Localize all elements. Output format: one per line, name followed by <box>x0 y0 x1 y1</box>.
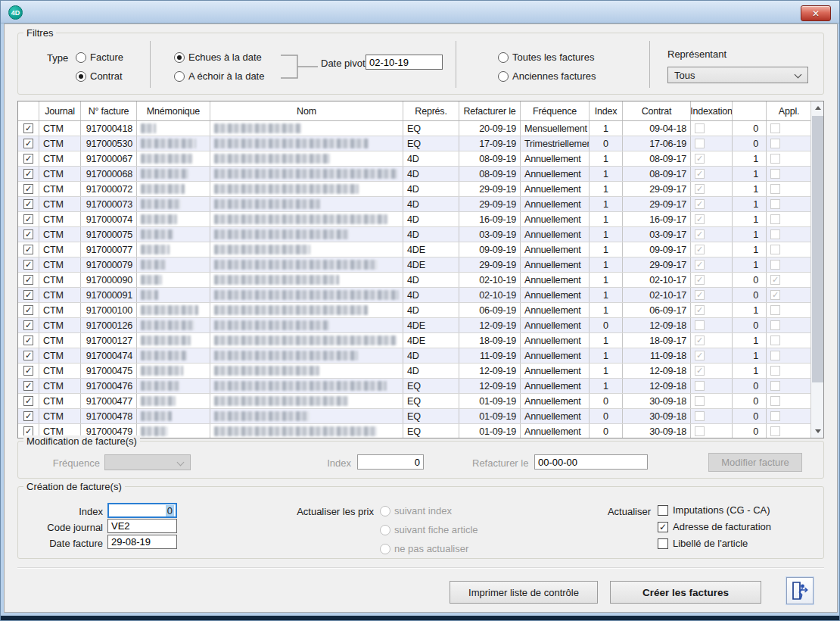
row-select-checkbox[interactable] <box>23 123 33 133</box>
table-row[interactable]: CTM9170000744D16-09-19Annuellement116-09… <box>18 212 823 227</box>
actualiser-option-libell-de-l-article[interactable]: Libellé de l'article <box>658 537 771 550</box>
row-select-checkbox[interactable] <box>23 381 33 391</box>
date-facture-input[interactable] <box>107 535 177 549</box>
modification-index-input[interactable] <box>357 454 424 470</box>
cell-select[interactable] <box>18 197 39 211</box>
table-header-col-select[interactable] <box>18 101 39 120</box>
cell-select[interactable] <box>18 394 39 408</box>
scroll-down-button[interactable] <box>811 425 824 438</box>
cell-select[interactable] <box>18 333 39 348</box>
cell-refacturer-le: 29-09-19 <box>459 182 521 196</box>
cell-refacturer-le: 08-09-19 <box>459 167 521 181</box>
table-row[interactable]: CTM9170000904D02-10-19Annuellement102-10… <box>18 273 823 288</box>
scroll-up-button[interactable] <box>811 101 824 114</box>
cell-repres: 4D <box>403 288 459 302</box>
cell-select[interactable] <box>18 151 39 166</box>
table-row[interactable]: CTM9170000724D29-09-19Annuellement129-09… <box>18 182 823 197</box>
row-select-checkbox[interactable] <box>23 139 33 148</box>
table-row[interactable]: CTM9170000914D02-10-19Annuellement102-10… <box>18 288 823 303</box>
cell-select[interactable] <box>18 136 39 151</box>
cell-select[interactable] <box>18 121 39 136</box>
table-row[interactable]: CTM9170004744D11-09-19Annuellement111-09… <box>18 348 823 364</box>
close-button[interactable]: ✕ <box>801 5 831 21</box>
row-select-checkbox[interactable] <box>23 335 33 345</box>
table-row[interactable]: CTM9170000774DE09-09-19Annuellement109-0… <box>18 242 823 257</box>
cell-select[interactable] <box>18 182 39 196</box>
table-row[interactable]: CTM9170001264DE12-09-19Annuellement012-0… <box>18 318 823 333</box>
cell-select[interactable] <box>18 167 39 181</box>
table-header-col-mnemonique[interactable]: Mnémonique <box>137 101 210 120</box>
cell-select[interactable] <box>18 288 39 302</box>
row-select-checkbox[interactable] <box>23 290 33 300</box>
table-row[interactable]: CTM9170000754D03-09-19Annuellement103-09… <box>18 227 823 242</box>
row-select-checkbox[interactable] <box>23 169 33 179</box>
row-select-checkbox[interactable] <box>23 366 33 376</box>
table-row[interactable]: CTM9170000794DE29-09-19Annuellement129-0… <box>18 257 823 273</box>
table-row[interactable]: CTM9170004754D12-09-19Annuellement112-09… <box>18 364 823 379</box>
table-header-col-repres[interactable]: Représ. <box>403 101 459 120</box>
cell-select[interactable] <box>18 409 39 423</box>
modification-refacturer-input[interactable] <box>534 454 648 470</box>
table-header-col-journal[interactable]: Journal <box>39 101 81 120</box>
cell-select[interactable] <box>18 242 39 257</box>
table-row[interactable]: CTM9170001004D06-09-19Annuellement106-09… <box>18 303 823 318</box>
row-select-checkbox[interactable] <box>23 199 33 209</box>
scope-option-anciennes-factures[interactable]: Anciennes factures <box>498 70 596 83</box>
table-row[interactable]: CTM9170000734D29-09-19Annuellement129-09… <box>18 197 823 212</box>
code-journal-input[interactable] <box>107 519 177 533</box>
table-row[interactable]: CTM9170001274DE18-09-19Annuellement118-0… <box>18 333 823 348</box>
table-header-col-indexation[interactable]: Indexation <box>691 101 733 120</box>
row-select-checkbox[interactable] <box>23 351 33 360</box>
cell-select[interactable] <box>18 227 39 242</box>
vertical-scrollbar[interactable] <box>810 101 823 438</box>
table-header-col-frequence[interactable]: Fréquence <box>521 101 590 120</box>
table-header-col-nom[interactable]: Nom <box>210 101 403 120</box>
table-header-col-refacturer-le[interactable]: Refacturer le <box>459 101 521 120</box>
table-header-col-num-facture[interactable]: N° facture <box>81 101 137 120</box>
row-select-checkbox[interactable] <box>23 305 33 315</box>
row-select-checkbox[interactable] <box>23 320 33 330</box>
row-select-checkbox[interactable] <box>23 411 33 421</box>
table-header-col-index[interactable]: Index <box>590 101 623 120</box>
table-row[interactable]: CTM917000530EQ17-09-19Trimestriellement0… <box>18 136 823 151</box>
date-pivot-input[interactable] <box>366 55 443 70</box>
row-select-checkbox[interactable] <box>23 260 33 270</box>
cell-select[interactable] <box>18 364 39 378</box>
table-header-col-contrat[interactable]: Contrat <box>623 101 691 120</box>
type-option-contrat[interactable]: Contrat <box>76 70 123 83</box>
type-option-facture[interactable]: Facture <box>76 51 123 64</box>
row-select-checkbox[interactable] <box>23 214 33 224</box>
table-row[interactable]: CTM917000418EQ20-09-19Mensuellement109-0… <box>18 121 823 136</box>
row-select-checkbox[interactable] <box>23 184 33 194</box>
scrollbar-thumb[interactable] <box>812 116 823 382</box>
row-select-checkbox[interactable] <box>23 154 33 164</box>
table-row[interactable]: CTM917000477EQ01-09-19Annuellement030-09… <box>18 394 823 409</box>
row-select-checkbox[interactable] <box>23 275 33 285</box>
cell-select[interactable] <box>18 212 39 226</box>
table-row[interactable]: CTM9170000674D08-09-19Annuellement108-09… <box>18 151 823 167</box>
row-select-checkbox[interactable] <box>23 245 33 254</box>
actualiser-option-adresse-de-facturation[interactable]: Adresse de facturation <box>658 520 771 533</box>
cell-select[interactable] <box>18 348 39 363</box>
row-select-checkbox[interactable] <box>23 229 33 239</box>
scope-option-toutes-les-factures[interactable]: Toutes les factures <box>498 51 596 64</box>
creation-index-input[interactable]: 0 <box>107 503 177 518</box>
exit-button[interactable] <box>786 577 814 604</box>
imprimer-liste-button[interactable]: Imprimer liste de contrôle <box>450 581 598 604</box>
actualiser-option-imputations-cg-ca[interactable]: Imputations (CG - CA) <box>658 504 771 516</box>
due-option-echues-la-date[interactable]: Echues à la date <box>174 51 264 64</box>
due-option-a-choir-la-date[interactable]: A échoir à la date <box>174 70 264 83</box>
table-row[interactable]: CTM917000478EQ01-09-19Annuellement030-09… <box>18 409 823 424</box>
cell-select[interactable] <box>18 257 39 272</box>
creer-factures-button[interactable]: Créer les factures <box>610 581 761 604</box>
table-header-col-appl[interactable]: Appl. <box>767 101 812 120</box>
table-header-col-valeur[interactable] <box>733 101 767 120</box>
cell-select[interactable] <box>18 303 39 317</box>
row-select-checkbox[interactable] <box>23 396 33 406</box>
table-row[interactable]: CTM917000476EQ12-09-19Annuellement112-09… <box>18 379 823 394</box>
representant-select[interactable]: Tous <box>667 67 808 83</box>
table-row[interactable]: CTM9170000684D08-09-19Annuellement108-09… <box>18 167 823 182</box>
cell-select[interactable] <box>18 318 39 332</box>
cell-select[interactable] <box>18 273 39 287</box>
cell-select[interactable] <box>18 379 39 393</box>
